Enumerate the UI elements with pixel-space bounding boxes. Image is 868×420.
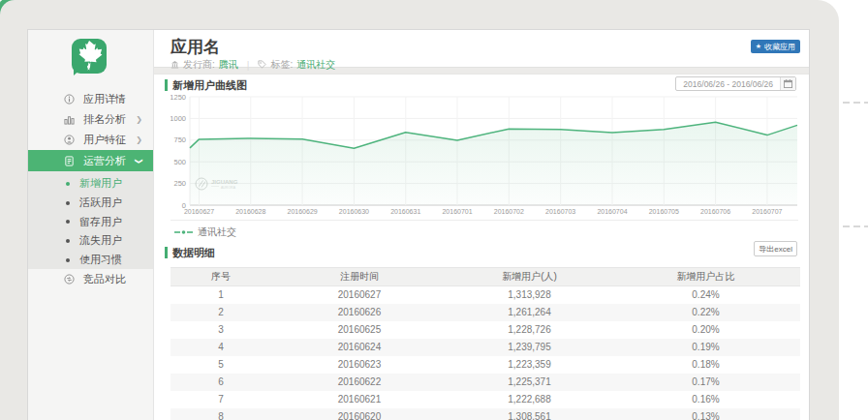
bullet-icon [66,258,70,262]
table-cell: 2 [170,304,271,321]
favorite-app-button[interactable]: ★ 收藏应用 [751,40,800,53]
table-cell: 0.24% [611,286,800,305]
svg-text:1250: 1250 [170,95,186,102]
chevron-right-icon: ❯ [136,135,142,144]
bullet-icon [66,220,70,224]
table-cell: 6 [170,374,271,391]
svg-text:20160706: 20160706 [700,208,730,215]
svg-text:20160707: 20160707 [752,208,782,215]
table-cell: 0.13% [611,408,800,420]
sidebar-item-ranking[interactable]: 排名分析 ❯ [28,109,153,130]
svg-text:500: 500 [173,158,186,166]
submenu-item-churned-users[interactable]: 流失用户 [28,231,153,251]
svg-text:20160702: 20160702 [494,208,524,215]
table-cell: 3 [170,321,271,339]
data-table: 序号注册时间新增用户(人)新增用户占比 1201606271,313,9280.… [170,267,800,420]
submenu-item-label: 活跃用户 [79,195,122,210]
date-range-value: 2016/06/26 - 2016/06/26 [676,79,780,89]
table-cell: 8 [170,408,271,420]
svg-text:750: 750 [173,135,186,144]
table-column-header: 注册时间 [271,268,448,286]
chart-section: 新增用户曲线图 2016/06/26 - 2016/06/26 02505007… [154,75,809,238]
submenu-item-active-users[interactable]: 活跃用户 [28,194,153,213]
svg-text:AURORA: AURORA [221,186,236,190]
page: 应用详情 排名分析 ❯ 用户特征 ❯ [0,0,868,420]
table-cell: 1,313,928 [448,286,611,305]
date-range-picker[interactable]: 2016/06/26 - 2016/06/26 [675,76,796,91]
svg-text:20160705: 20160705 [649,208,679,215]
submenu-item-label: 流失用户 [79,233,122,248]
table-cell: 20160620 [271,408,448,420]
table-cell: 20160623 [271,356,448,374]
svg-text:20160630: 20160630 [339,208,369,215]
table-row: 3201606251,228,7260.20% [170,321,800,339]
submenu-item-new-users[interactable]: 新增用户 [28,174,153,194]
sidebar-item-operations[interactable]: 运营分析 ❯ [28,150,153,171]
star-icon: ★ [756,43,761,50]
legend-label: 通讯社交 [198,225,236,239]
table-row: 6201606221,225,3710.17% [170,374,800,391]
table-cell: 0.22% [611,304,800,321]
table-cell: 1,239,795 [448,339,611,356]
table-cell: 4 [170,339,271,356]
table-cell: 0.16% [611,391,800,408]
sidebar-item-competitor-compare[interactable]: 竞品对比 [28,269,153,289]
table-cell: 20160627 [271,286,448,305]
compare-icon [64,274,75,285]
publisher-link[interactable]: 腾讯 [219,58,238,72]
meta-divider: | [247,60,250,71]
export-excel-button[interactable]: 导出excel [754,241,797,256]
svg-text:20160703: 20160703 [545,208,575,215]
table-cell: 1,308,561 [448,408,611,420]
info-icon [64,94,75,105]
table-cell: 20160625 [271,321,448,339]
submenu-item-label: 新增用户 [79,176,122,191]
table-header: 序号注册时间新增用户(人)新增用户占比 [170,268,800,286]
app-logo [70,37,108,75]
table-section: 数据明细 导出excel 序号注册时间新增用户(人)新增用户占比 1201606… [154,240,809,420]
submenu-item-usage-habits[interactable]: 使用习惯 [28,251,153,270]
tag-label: 标签: [270,58,293,72]
app-meta: 发行商: 腾讯 | 标签: 通讯社交 [170,58,335,72]
maple-leaf-icon [70,37,108,75]
legend-divider [170,220,798,221]
submenu-item-label: 留存用户 [79,215,122,229]
edge-dash-marks [843,97,868,232]
sidebar-item-app-detail[interactable]: 应用详情 [28,89,153,109]
chart-section-header: 新增用户曲线图 2016/06/26 - 2016/06/26 [154,75,809,95]
sidebar-submenu: 新增用户 活跃用户 留存用户 流失用户 使用习惯 [28,171,153,269]
table-cell: 1,228,726 [448,321,611,339]
sidebar-item-user-profile[interactable]: 用户特征 ❯ [28,130,153,150]
submenu-item-retained-users[interactable]: 留存用户 [28,212,153,231]
table-row: 2201606261,261,2640.22% [170,304,800,321]
chart-section-title: 新增用户曲线图 [172,79,247,91]
chart-legend[interactable]: 通讯社交 [174,226,809,238]
table-row: 4201606241,239,7950.19% [170,339,800,356]
table-row: 7201606211,222,6880.16% [170,391,800,408]
device-frame: 应用详情 排名分析 ❯ 用户特征 ❯ [0,0,839,420]
table-cell: 20160626 [271,304,448,321]
svg-text:20160704: 20160704 [597,208,627,215]
sidebar-item-label: 用户特征 [83,133,126,147]
tag-link[interactable]: 通讯社交 [296,58,335,72]
svg-text:20160701: 20160701 [442,208,472,215]
favorite-app-label: 收藏应用 [764,42,795,52]
svg-text:250: 250 [173,179,186,188]
legend-marker-icon [174,229,193,235]
table-column-header: 新增用户(人) [448,268,611,286]
page-title: 应用名 [170,36,220,58]
calendar-icon [780,77,795,90]
table-section-title: 数据明细 [172,247,215,258]
svg-text:20160628: 20160628 [235,208,265,215]
table-cell: 20160624 [271,339,448,356]
table-column-header: 序号 [170,268,271,286]
table-cell: 1,225,371 [448,374,611,391]
svg-text:1000: 1000 [170,114,186,123]
table-row: 5201606231,223,3590.18% [170,356,800,374]
table-body: 1201606271,313,9280.24%2201606261,261,26… [170,286,800,420]
app-header: 应用名 发行商: 腾讯 | 标签: 通讯社交 [154,30,809,67]
table-column-header: 新增用户占比 [611,268,800,286]
table-row: 8201606201,308,5610.13% [170,408,800,420]
table-cell: 7 [170,391,271,408]
section-accent-bar [165,247,168,258]
